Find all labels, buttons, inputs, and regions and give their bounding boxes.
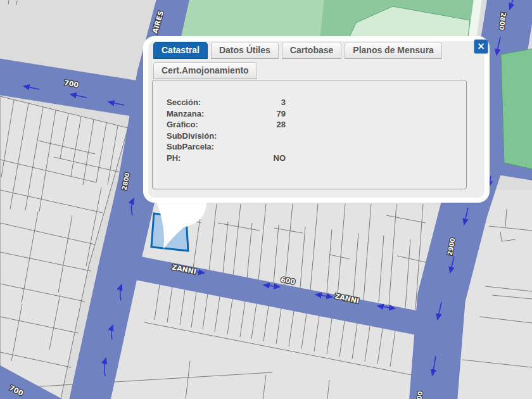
close-button[interactable]: × [474,39,488,54]
field-value: NO [235,153,286,164]
close-icon: × [477,41,485,52]
field-value: 28 [235,119,286,130]
field-row: Manzana:79 [153,108,466,120]
tab-datos-tiles[interactable]: Datos Útiles [211,42,279,59]
field-value: 3 [235,97,286,108]
field-row: PH:NO [153,153,466,164]
field-value: 79 [235,108,286,120]
field-value [235,130,286,142]
field-label: Gráfico: [167,119,235,130]
field-label: Manzana: [167,108,235,120]
gis-map-viewer: AIRES70028002800ZANNI600ZANNI29003000700… [0,0,532,399]
tab-bar-row2: Cert.Amojonamiento [153,62,257,79]
tab-bar-row1: CatastralDatos ÚtilesCartobasePlanos de … [153,42,442,59]
field-value [235,141,286,153]
info-popup: CatastralDatos ÚtilesCartobasePlanos de … [148,41,484,198]
field-label: PH: [167,153,235,164]
tab-catastral[interactable]: Catastral [153,42,208,59]
tab-planos-de-mensura[interactable]: Planos de Mensura [345,42,442,59]
popup-content: Sección:3Manzana:79Gráfico:28SubDivisión… [152,80,467,189]
field-label: SubParcela: [167,141,235,153]
field-row: Sección:3 [153,97,466,108]
field-row: SubDivisión: [153,130,466,142]
tab-cartobase[interactable]: Cartobase [282,42,341,59]
tab-cert-amojonamiento[interactable]: Cert.Amojonamiento [153,62,257,79]
field-label: Sección: [167,97,235,108]
field-label: SubDivisión: [167,130,235,142]
field-row: Gráfico:28 [153,119,466,130]
field-row: SubParcela: [153,141,466,153]
